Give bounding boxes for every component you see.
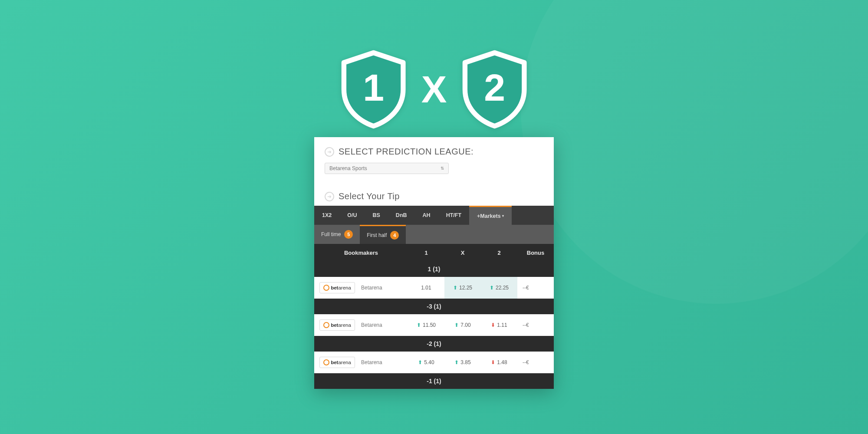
svg-text:1: 1 [363, 66, 384, 109]
count-badge: 4 [390, 231, 399, 240]
tab-ou[interactable]: O/U [339, 206, 365, 225]
odd-x[interactable]: ⬆ 3.85 [444, 352, 481, 373]
subtab-label: Full time [321, 231, 341, 237]
league-select-value: Betarena Sports [329, 165, 367, 171]
odd-x[interactable]: ⬆ 12.25 [444, 277, 481, 299]
arrow-up-icon: ⬆ [454, 322, 459, 328]
odd-1[interactable]: ⬆ 11.50 [408, 314, 444, 336]
shield-1-icon: 1 [338, 50, 409, 129]
section-tip-header: ➜ Select Your Tip [314, 182, 554, 206]
count-badge: 5 [344, 230, 353, 239]
tab-ah[interactable]: AH [415, 206, 438, 225]
shield-2-icon: 2 [459, 50, 530, 129]
arrow-up-icon: ⬆ [490, 285, 494, 291]
odd-2[interactable]: ⬆ 22.25 [481, 277, 517, 299]
tab-more-markets[interactable]: +Markets ▾ [469, 206, 512, 225]
header-1: 1 [408, 250, 444, 256]
bookmaker-logo[interactable]: betarena [319, 357, 355, 368]
bookmaker-cell: betarenaBetarena [314, 282, 408, 293]
handicap-divider: -3 (1) [314, 299, 554, 314]
arrow-down-icon: ⬇ [491, 359, 495, 365]
period-subtabs: Full time 5 First half 4 [314, 225, 554, 244]
bonus-cell: --€ [517, 285, 554, 291]
league-select[interactable]: Betarena Sports ⇅ [325, 163, 449, 174]
svg-text:2: 2 [484, 66, 505, 109]
tab-htft[interactable]: HT/FT [438, 206, 469, 225]
header-x: X [444, 250, 481, 256]
odd-1[interactable]: 1.01 [408, 277, 444, 299]
bookmaker-logo[interactable]: betarena [319, 319, 355, 331]
subtab-label: First half [367, 232, 387, 238]
bonus-cell: --€ [517, 359, 554, 365]
tab-bs[interactable]: BS [365, 206, 388, 225]
section-league-header: ➜ Select Prediction League: [314, 137, 554, 161]
select-caret-icon: ⇅ [441, 166, 444, 171]
arrow-up-icon: ⬆ [454, 359, 459, 365]
header-bookmakers: Bookmakers [314, 250, 408, 256]
header-2: 2 [481, 250, 517, 256]
chevron-circle-icon: ➜ [325, 192, 334, 201]
logo-circle-icon [323, 285, 329, 291]
handicap-divider: -1 (1) [314, 373, 554, 389]
odds-row: betarenaBetarena 1.01⬆ 12.25⬆ 22.25--€ [314, 277, 554, 299]
arrow-up-icon: ⬆ [453, 285, 457, 291]
tab-dnb[interactable]: DnB [388, 206, 415, 225]
handicap-divider: -2 (1) [314, 336, 554, 352]
tab-1x2[interactable]: 1X2 [314, 206, 339, 225]
market-tabs: 1X2 O/U BS DnB AH HT/FT +Markets ▾ [314, 206, 554, 225]
bonus-cell: --€ [517, 322, 554, 328]
odd-2[interactable]: ⬇ 1.11 [481, 314, 517, 336]
section-tip-title: Select Your Tip [339, 191, 400, 201]
arrow-up-icon: ⬆ [418, 359, 422, 365]
prediction-panel: ➜ Select Prediction League: Betarena Spo… [314, 137, 554, 389]
odd-2[interactable]: ⬇ 1.48 [481, 352, 517, 373]
hero-x-text: X [421, 67, 447, 112]
header-bonus: Bonus [517, 250, 554, 256]
logo-circle-icon [323, 359, 329, 365]
bookmaker-cell: betarenaBetarena [314, 357, 408, 368]
odds-row: betarenaBetarena⬆ 11.50⬆ 7.00⬇ 1.11--€ [314, 314, 554, 336]
subtab-first-half[interactable]: First half 4 [360, 225, 406, 244]
section-league-title: Select Prediction League: [339, 147, 473, 157]
odds-row: betarenaBetarena⬆ 5.40⬆ 3.85⬇ 1.48--€ [314, 352, 554, 373]
chevron-down-icon: ▾ [502, 214, 504, 218]
subtab-full-time[interactable]: Full time 5 [314, 225, 360, 244]
bookmaker-logo[interactable]: betarena [319, 282, 355, 293]
logo-circle-icon [323, 322, 329, 328]
bookmaker-name: Betarena [361, 285, 382, 291]
bookmaker-cell: betarenaBetarena [314, 319, 408, 331]
odds-table-header: Bookmakers 1 X 2 Bonus [314, 244, 554, 261]
hero-logo-row: 1 X 2 [338, 50, 530, 129]
bookmaker-name: Betarena [361, 322, 382, 328]
handicap-divider: 1 (1) [314, 261, 554, 277]
arrow-down-icon: ⬇ [491, 322, 495, 328]
arrow-up-icon: ⬆ [417, 322, 421, 328]
odd-x[interactable]: ⬆ 7.00 [444, 314, 481, 336]
odd-1[interactable]: ⬆ 5.40 [408, 352, 444, 373]
chevron-circle-icon: ➜ [325, 147, 334, 157]
bookmaker-name: Betarena [361, 359, 382, 365]
